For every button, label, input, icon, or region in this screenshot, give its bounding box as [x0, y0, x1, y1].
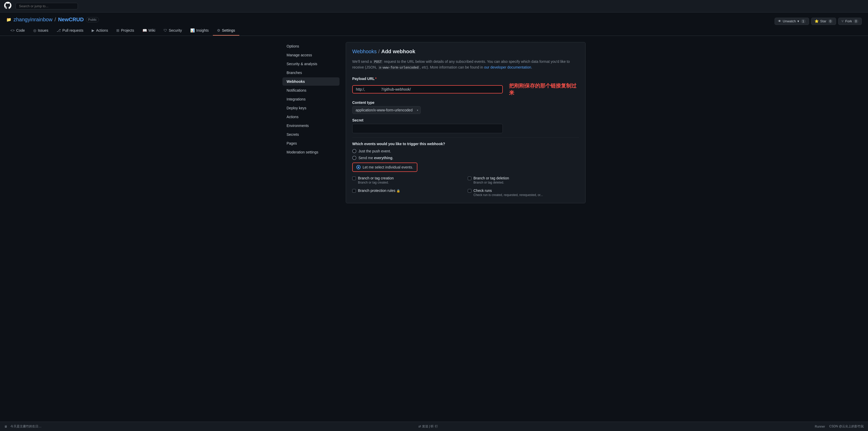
- checkbox-check-runs-desc: Check run is created, requested, rereque…: [473, 193, 543, 197]
- radio-individual-box: Let me select individual events.: [352, 162, 417, 172]
- radio-push-input[interactable]: [352, 149, 356, 153]
- eye-icon: 👁: [778, 19, 781, 23]
- checkbox-item-branch-protection: Branch protection rules 🔒: [352, 188, 464, 197]
- repo-visibility-badge: Public: [86, 17, 99, 22]
- checkbox-check-runs[interactable]: [468, 189, 471, 193]
- search-input[interactable]: [16, 3, 78, 9]
- radio-everything[interactable]: Send me everything.: [352, 156, 579, 160]
- secret-label: Secret: [352, 118, 579, 122]
- repo-name-link[interactable]: NewCRUD: [58, 17, 84, 23]
- radio-individual-events[interactable]: Let me select individual events.: [352, 162, 579, 172]
- checkbox-check-runs-label: Check runs: [473, 188, 543, 193]
- star-icon: ⭐: [814, 19, 819, 23]
- csdn-label: CSDN @云尖上的影竹鼠: [829, 424, 864, 429]
- bottom-left: 🖥 今天是主庸竹的生日…: [4, 424, 41, 429]
- payload-url-label: Payload URL*: [352, 76, 579, 81]
- breadcrumb-sep: /: [378, 49, 380, 55]
- secret-input[interactable]: [352, 124, 503, 133]
- checkbox-grid: Branch or tag creation Branch or tag cre…: [352, 176, 579, 197]
- tab-projects[interactable]: ⊞ Projects: [112, 26, 138, 36]
- sidebar-item-secrets[interactable]: Secrets: [282, 130, 340, 138]
- checkbox-branch-protection-label: Branch protection rules 🔒: [358, 188, 400, 193]
- send-action-button[interactable]: ⇄ 发送 | 听 行: [417, 424, 439, 429]
- security-icon: 🛡: [163, 28, 167, 32]
- tab-pull-requests[interactable]: ⎇ Pull requests: [53, 26, 88, 36]
- checkbox-branch-creation[interactable]: [352, 177, 356, 180]
- actions-icon: ▶: [92, 28, 94, 32]
- breadcrumb-parent-link[interactable]: Webhooks: [352, 49, 377, 55]
- payload-url-group: Payload URL* 把刚刚保存的那个链接复制过来: [352, 76, 579, 96]
- checkbox-branch-deletion[interactable]: [468, 177, 471, 180]
- events-section-title: Which events would you like to trigger t…: [352, 142, 579, 146]
- tab-code[interactable]: <> Code: [6, 26, 29, 36]
- sidebar-item-manage-access[interactable]: Manage access: [282, 51, 340, 59]
- secret-group: Secret: [352, 118, 579, 133]
- sidebar-item-actions[interactable]: Actions: [282, 113, 340, 121]
- tab-settings[interactable]: ⚙ Settings: [213, 26, 239, 36]
- repo-separator: /: [55, 17, 56, 23]
- checkbox-branch-deletion-desc: Branch or tag deleted.: [473, 181, 509, 184]
- monitor-icon: 🖥: [4, 425, 7, 428]
- checkbox-branch-deletion-label: Branch or tag deletion: [473, 176, 509, 180]
- radio-push-event[interactable]: Just the push event.: [352, 149, 579, 153]
- code-icon: <>: [10, 28, 14, 32]
- tab-code-label: Code: [16, 28, 25, 32]
- tab-pr-label: Pull requests: [62, 28, 83, 32]
- tab-issues[interactable]: ◎ Issues: [29, 26, 53, 36]
- main-content: Webhooks / Add webhook We'll send a POST…: [346, 42, 586, 203]
- tab-actions[interactable]: ▶ Actions: [88, 26, 112, 36]
- radio-everything-label: Send me everything.: [359, 156, 394, 160]
- sidebar-item-notifications[interactable]: Notifications: [282, 86, 340, 94]
- star-count: 0: [828, 19, 833, 23]
- payload-url-input[interactable]: [352, 85, 503, 93]
- content-type-label: Content type: [352, 100, 579, 105]
- sidebar-item-environments[interactable]: Environments: [282, 122, 340, 130]
- tab-security[interactable]: 🛡 Security: [159, 26, 186, 36]
- unwatch-count: 1: [801, 19, 806, 23]
- bottom-bar: 🖥 今天是主庸竹的生日… ⇄ 发送 | 听 行 Runner CSDN @云尖上…: [0, 422, 868, 431]
- content-wrapper: Options Manage access Security & analysi…: [278, 42, 590, 203]
- sidebar-item-moderation[interactable]: Moderation settings: [282, 148, 340, 156]
- tab-insights[interactable]: 📊 Insights: [186, 26, 213, 36]
- tab-issues-label: Issues: [38, 28, 48, 32]
- issues-icon: ◎: [33, 28, 36, 32]
- sidebar-item-security-analysis[interactable]: Security & analysis: [282, 60, 340, 68]
- repo-actions: 👁 Unwatch ▾ 1 ⭐ Star 0 ⑂ Fork 0: [775, 18, 862, 25]
- required-star: *: [375, 76, 376, 81]
- fork-label: Fork: [845, 19, 852, 23]
- bottom-actions: ⇄ 发送 | 听 行: [417, 424, 439, 429]
- sidebar-item-pages[interactable]: Pages: [282, 139, 340, 148]
- tab-wiki[interactable]: 📖 Wiki: [138, 26, 159, 36]
- radio-individual-input[interactable]: [356, 165, 361, 169]
- breadcrumb: Webhooks / Add webhook: [352, 49, 579, 55]
- checkbox-item-check-runs: Check runs Check run is created, request…: [468, 188, 579, 197]
- bottom-message: 今天是主庸竹的生日…: [10, 424, 41, 429]
- content-type-group: Content type application/x-www-form-urle…: [352, 100, 579, 114]
- annotation-text: 把刚刚保存的那个链接复制过来: [509, 82, 579, 96]
- repo-nav: <> Code ◎ Issues ⎇ Pull requests ▶ Actio…: [6, 26, 862, 36]
- radio-everything-input[interactable]: [352, 156, 356, 160]
- content-type-select[interactable]: application/x-www-form-urlencoded applic…: [352, 106, 421, 114]
- sidebar-item-integrations[interactable]: Integrations: [282, 95, 340, 103]
- projects-icon: ⊞: [116, 28, 119, 32]
- checkbox-branch-creation-desc: Branch or tag created.: [358, 181, 394, 184]
- repo-header: 📁 zhangyinrainbow / NewCRUD Public 👁 Unw…: [0, 12, 868, 36]
- unwatch-button[interactable]: 👁 Unwatch ▾ 1: [775, 18, 809, 25]
- github-logo: [4, 2, 11, 10]
- repo-owner-link[interactable]: zhangyinrainbow: [13, 17, 53, 23]
- content-type-select-wrapper: application/x-www-form-urlencoded applic…: [352, 106, 421, 114]
- sidebar-item-webhooks[interactable]: Webhooks: [282, 78, 340, 86]
- repo-title: 📁 zhangyinrainbow / NewCRUD Public: [6, 17, 99, 23]
- sidebar-item-deploy-keys[interactable]: Deploy keys: [282, 104, 340, 112]
- sidebar-item-options[interactable]: Options: [282, 42, 340, 50]
- tab-projects-label: Projects: [121, 28, 134, 32]
- checkbox-branch-protection[interactable]: [352, 189, 356, 193]
- topbar: [0, 0, 868, 12]
- star-button[interactable]: ⭐ Star 0: [811, 18, 836, 25]
- fork-button[interactable]: ⑂ Fork 0: [838, 18, 862, 25]
- sidebar-item-branches[interactable]: Branches: [282, 68, 340, 77]
- events-group: Which events would you like to trigger t…: [352, 142, 579, 172]
- pr-icon: ⎇: [57, 28, 61, 32]
- developer-docs-link[interactable]: our developer documentation: [484, 65, 531, 69]
- radio-push-label: Just the push event.: [359, 149, 391, 153]
